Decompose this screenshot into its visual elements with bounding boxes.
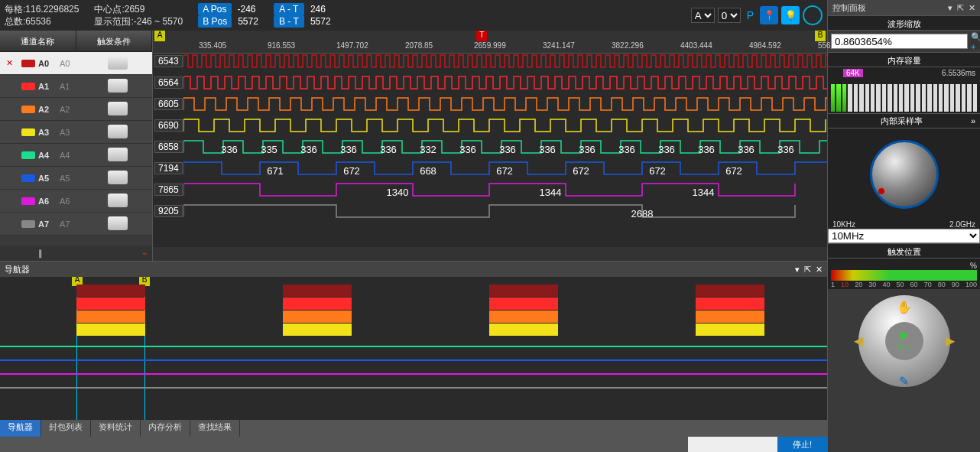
freq-select[interactable]: 10MHz — [828, 229, 980, 243]
marker-b[interactable]: B — [815, 31, 826, 41]
trigger-condition-button[interactable] — [108, 193, 128, 207]
a-t-badge[interactable]: A - T — [274, 3, 304, 15]
trigger-condition-button[interactable] — [108, 171, 128, 184]
wand-icon[interactable]: ✎ — [899, 374, 909, 389]
pin-panel-icon[interactable]: ⇱ — [804, 265, 811, 275]
select-0[interactable]: 0 — [718, 8, 741, 23]
trigger-condition-button[interactable] — [108, 56, 128, 70]
segment-value: 2688 — [631, 208, 654, 219]
memory-slot[interactable] — [882, 84, 886, 112]
trigger-condition-button[interactable] — [108, 102, 128, 115]
memory-slot[interactable] — [922, 84, 926, 112]
memory-slot[interactable] — [956, 84, 959, 112]
memory-slot[interactable] — [848, 84, 852, 112]
clock-icon[interactable] — [803, 5, 823, 25]
trigger-condition-button[interactable] — [108, 148, 128, 161]
memory-slot[interactable] — [871, 84, 875, 112]
memory-slot[interactable] — [859, 84, 863, 112]
bulb-icon[interactable]: 💡 — [781, 6, 800, 24]
trigger-condition-button[interactable] — [108, 79, 128, 93]
navigator-tabs: 导航器封包列表资料统计内存分析查找结果 — [0, 420, 827, 437]
navigator-body[interactable]: A B — [0, 277, 827, 420]
trigger-slider[interactable] — [831, 270, 977, 281]
channel-row-A6[interactable]: A6A6 — [0, 190, 152, 213]
channel-id: A2 — [38, 105, 60, 114]
memory-section-header: 内存容量 — [828, 52, 980, 67]
ruler-tick: 2078.85 — [405, 41, 433, 50]
channel-alias: A6 — [60, 197, 83, 206]
marker-a[interactable]: A — [154, 31, 165, 41]
channel-row-A7[interactable]: A7A7 — [0, 213, 152, 236]
jog-wheel[interactable]: ✋ ◀ ▶ ↻ » ✎ — [858, 295, 950, 387]
nav-tab[interactable]: 查找结果 — [190, 420, 240, 437]
trigger-condition-button[interactable] — [108, 125, 128, 138]
memory-slot[interactable] — [876, 84, 880, 112]
memory-slot[interactable] — [842, 84, 846, 112]
cp-dropdown-icon[interactable]: ▾ — [948, 3, 952, 13]
memory-slot[interactable] — [894, 84, 897, 112]
memory-slot[interactable] — [854, 84, 858, 112]
nav-trace — [0, 346, 827, 347]
nav-trace — [0, 373, 827, 375]
dropdown-icon[interactable]: ▾ — [795, 265, 800, 275]
hand-icon[interactable]: ✋ — [897, 300, 912, 314]
memory-slot[interactable] — [944, 84, 948, 112]
memory-slot[interactable] — [836, 84, 840, 112]
rate-more-icon[interactable]: » — [971, 113, 975, 128]
jog-left-icon[interactable]: ◀ — [854, 333, 863, 348]
b-t-badge[interactable]: B - T — [274, 15, 304, 28]
nav-tab[interactable]: 资料统计 — [91, 420, 141, 437]
memory-slot[interactable] — [831, 84, 835, 112]
cp-close-icon[interactable]: ✕ — [969, 3, 975, 13]
rate-section-header: 内部采样率 — [832, 113, 971, 128]
memory-slot[interactable] — [888, 84, 891, 112]
close-panel-icon[interactable]: ✕ — [816, 265, 823, 275]
cp-pin-icon[interactable]: ⇱ — [957, 3, 964, 13]
jog-right-icon[interactable]: ▶ — [946, 333, 955, 348]
a-pos-badge[interactable]: A Pos — [198, 3, 231, 15]
channel-color-swatch — [21, 83, 35, 90]
channel-row-A3[interactable]: A3A3 — [0, 121, 152, 144]
memory-slot[interactable] — [939, 84, 943, 112]
channel-id: A7 — [38, 219, 60, 229]
pulse-icon[interactable]: ⌁ — [142, 249, 152, 259]
channel-name-header: 通道名称 — [0, 31, 76, 51]
memory-slot[interactable] — [865, 84, 869, 112]
sample-rate-knob[interactable] — [870, 140, 939, 209]
nav-tab[interactable]: 内存分析 — [141, 420, 190, 437]
marker-t[interactable]: T — [476, 31, 487, 41]
zoom-input[interactable] — [831, 34, 968, 49]
pin-icon[interactable]: 📍 — [760, 6, 778, 24]
channel-row-A4[interactable]: A4A4 — [0, 144, 152, 167]
ffwd-icon[interactable]: » — [906, 342, 910, 352]
nav-tab[interactable]: 导航器 — [0, 420, 41, 437]
memory-slot[interactable] — [910, 84, 914, 112]
channel-row-A0[interactable]: ✕A0A0 — [0, 52, 152, 75]
select-a[interactable]: A — [691, 8, 715, 23]
segment-value: 336 — [340, 144, 357, 155]
memory-slot[interactable] — [933, 84, 937, 112]
memory-slot[interactable] — [904, 84, 908, 112]
loop-icon[interactable]: ↻ — [897, 342, 904, 352]
nav-tab[interactable]: 封包列表 — [41, 420, 91, 437]
play-icon[interactable] — [900, 331, 908, 340]
center-label: 中心点: — [94, 4, 124, 15]
memory-slot[interactable] — [967, 84, 971, 112]
channel-row-A1[interactable]: A1A1 — [0, 75, 152, 98]
memory-slot[interactable] — [973, 84, 977, 112]
b-pos-badge[interactable]: B Pos — [198, 15, 232, 28]
channel-row-A5[interactable]: A5A5 — [0, 167, 152, 190]
memory-slot[interactable] — [962, 84, 965, 112]
channel-close-icon[interactable]: ✕ — [0, 58, 18, 68]
memory-slot[interactable] — [916, 84, 920, 112]
waveform-area[interactable]: A T B 335.405916.5531497.7022078.852659.… — [153, 31, 827, 261]
zoom-in-icon[interactable]: 🔍+ — [971, 34, 980, 49]
waveform-hscroll[interactable] — [153, 247, 827, 261]
channel-row-A2[interactable]: A2A2 — [0, 98, 152, 121]
memory-slot[interactable] — [950, 84, 954, 112]
memory-slots[interactable] — [831, 84, 977, 112]
time-ruler[interactable]: A T B 335.405916.5531497.7022078.852659.… — [153, 31, 827, 54]
memory-slot[interactable] — [927, 84, 931, 112]
trigger-condition-button[interactable] — [108, 216, 128, 230]
memory-slot[interactable] — [899, 84, 903, 112]
